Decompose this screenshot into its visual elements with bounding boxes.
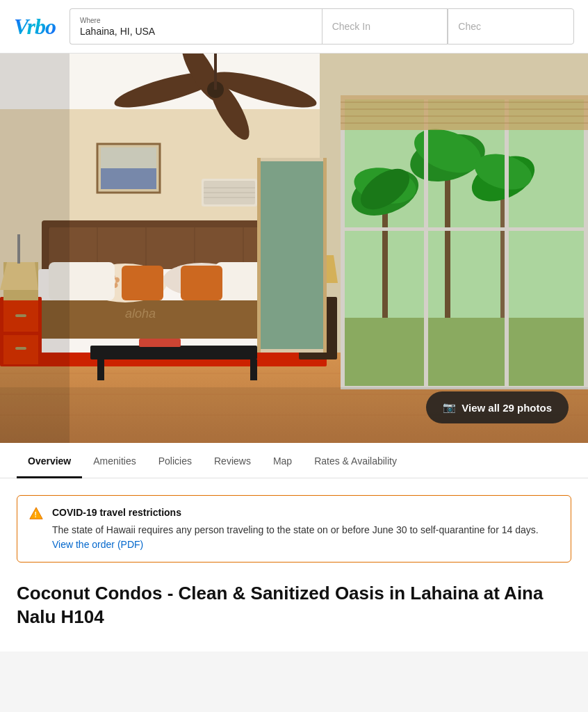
tab-reviews[interactable]: Reviews <box>203 443 262 478</box>
covid-title: COVID-19 travel restrictions <box>52 505 560 520</box>
main-content: ! COVID-19 travel restrictions The state… <box>0 478 588 652</box>
tab-amenities[interactable]: Amenities <box>82 443 147 478</box>
svg-rect-89 <box>139 339 181 347</box>
checkout-field[interactable]: Chec <box>448 8 574 44</box>
svg-rect-90 <box>0 54 70 443</box>
svg-rect-71 <box>341 95 588 130</box>
tab-policies[interactable]: Policies <box>147 443 203 478</box>
svg-rect-79 <box>257 158 261 353</box>
svg-rect-60 <box>500 179 505 332</box>
where-value: Lahaina, HI, USA <box>80 26 312 37</box>
svg-rect-88 <box>250 359 257 380</box>
where-field[interactable]: Where Lahaina, HI, USA <box>70 8 322 44</box>
covid-pdf-link[interactable]: View the order (PDF) <box>52 539 143 550</box>
svg-rect-78 <box>261 161 323 349</box>
tab-map[interactable]: Map <box>262 443 303 478</box>
warning-icon: ! <box>28 506 44 521</box>
svg-rect-63 <box>341 318 588 387</box>
covid-text: COVID-19 travel restrictions The state o… <box>52 505 560 552</box>
svg-rect-66 <box>505 95 509 387</box>
tab-overview[interactable]: Overview <box>17 443 82 478</box>
svg-text:!: ! <box>34 511 36 519</box>
svg-rect-18 <box>101 168 156 189</box>
svg-rect-65 <box>424 95 428 387</box>
svg-rect-37 <box>122 266 163 300</box>
site-header: Vrbo Where Lahaina, HI, USA Check In Che… <box>0 0 588 54</box>
checkin-field[interactable]: Check In <box>322 8 448 44</box>
svg-rect-87 <box>97 359 104 380</box>
room-photo-svg: ✿ ✿ aloha <box>0 54 588 443</box>
tab-rates[interactable]: Rates & Availability <box>303 443 408 478</box>
covid-notice: ! COVID-19 travel restrictions The state… <box>17 495 571 563</box>
covid-body: The state of Hawaii requires any person … <box>52 524 539 535</box>
svg-rect-19 <box>101 147 156 168</box>
hero-image-container: ✿ ✿ aloha <box>0 54 588 443</box>
camera-icon: 📷 <box>443 401 456 414</box>
svg-rect-57 <box>445 158 450 332</box>
where-label: Where <box>80 17 312 24</box>
property-title: Coconut Condos - Clean & Sanitized Oasis… <box>17 582 571 629</box>
checkin-placeholder: Check In <box>332 21 438 32</box>
view-photos-button[interactable]: 📷 View all 29 photos <box>426 391 569 423</box>
vrbo-logo[interactable]: Vrbo <box>14 14 56 40</box>
svg-rect-80 <box>323 158 327 353</box>
svg-rect-86 <box>90 346 257 359</box>
svg-rect-69 <box>341 227 588 231</box>
svg-text:aloha: aloha <box>125 307 156 321</box>
search-bar: Where Lahaina, HI, USA Check In Chec <box>70 8 574 44</box>
checkout-placeholder: Chec <box>458 21 564 32</box>
svg-rect-64 <box>341 95 345 387</box>
property-tabs: Overview Amenities Policies Reviews Map … <box>0 443 588 478</box>
svg-rect-38 <box>181 266 222 300</box>
svg-rect-67 <box>584 95 588 387</box>
